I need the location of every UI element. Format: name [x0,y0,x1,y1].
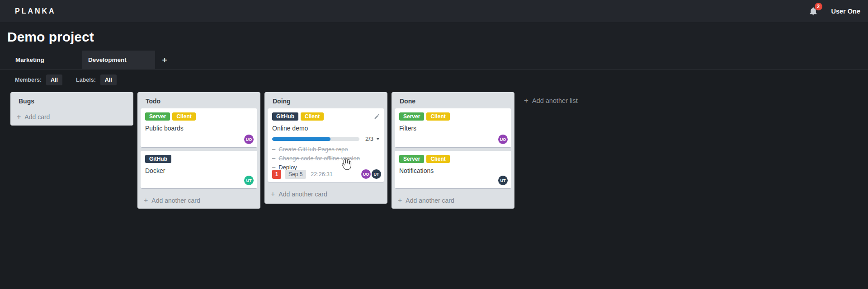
card-member-avatar: UT [244,176,254,185]
card-labels: Server Client [399,155,507,163]
filter-bar: Members: All Labels: All [15,70,117,90]
plus-icon: + [144,197,148,204]
due-date-badge: Sep 5 [285,170,306,179]
card-docker[interactable]: GitHub Docker UT [141,151,257,188]
list-title[interactable]: Doing [264,92,387,108]
task-text: Change code for offline version [278,155,360,162]
add-card-label: Add card [24,113,50,121]
card-label: GitHub [272,112,298,121]
card-title: Online demo [272,125,380,132]
list-bugs: Bugs + Add card [10,92,133,126]
card-label: Client [172,112,195,121]
add-list-label: Add another list [532,97,578,104]
card-label: Client [426,155,449,163]
plus-icon: + [398,197,402,204]
card-title: Docker [145,167,253,174]
members-filter-value[interactable]: All [46,75,62,85]
card-label: GitHub [145,155,171,163]
plus-icon: + [271,191,275,197]
card-label: Server [399,112,424,121]
tab-label: Development [88,56,127,63]
list-done: Done Server Client Filters UO Server Cli… [392,92,514,209]
add-card-button[interactable]: + Add another card [137,192,200,209]
card-title: Notifications [399,167,507,174]
card-title: Public boards [145,125,253,132]
card-filters[interactable]: Server Client Filters UO [395,108,511,147]
add-board-button[interactable]: + [159,51,170,69]
tab-development[interactable]: Development [82,51,155,69]
card-title: Filters [399,125,507,132]
add-card-label: Add another card [406,197,454,204]
checklist-progress[interactable]: 2/3 [272,135,380,142]
labels-filter-label: Labels: [76,77,96,83]
add-card-button[interactable]: + Add another card [392,192,454,209]
card-edit-button[interactable] [374,113,380,120]
list-title[interactable]: Todo [137,92,260,108]
card-footer: 1 Sep 5 22:26:31 UO UT [272,169,381,179]
plus-icon: + [524,98,528,104]
chevron-down-icon [376,138,380,140]
board-tabs: Marketing Development + [0,51,868,70]
card-member-avatar: UT [498,176,508,185]
user-menu[interactable]: User One [831,8,860,15]
list-title[interactable]: Done [392,92,514,108]
cards-container: Server Client Filters UO Server Client N… [392,108,514,188]
stopwatch-value: 22:26:31 [311,171,333,177]
card-online-demo[interactable]: GitHub Client Online demo 2/3 [268,108,384,182]
add-card-button[interactable]: + Add another card [264,186,327,204]
topbar-right: 2 User One [808,6,860,17]
card-member-avatar: UT [372,169,381,179]
project-title: Demo project [7,22,94,51]
members-filter-label: Members: [15,77,42,83]
planka-app: PLANKA 2 User One Demo project UO UT UT [0,0,868,289]
card-notification-badge: 1 [272,170,281,179]
checklist-ratio: 2/3 [365,135,373,142]
card-members: UO UT [361,169,381,179]
checklist: –Create GitHub Pages repo –Change code f… [272,145,380,172]
tab-marketing[interactable]: Marketing [9,51,82,69]
add-list-button[interactable]: + Add another list [520,93,581,108]
card-label: Server [145,112,170,121]
task-bullet: – [272,155,275,162]
list-doing: Doing GitHub Client Online demo [264,92,387,204]
card-notifications[interactable]: Server Client Notifications UT [395,151,511,188]
list-title[interactable]: Bugs [10,92,133,108]
card-labels: GitHub Client [272,112,380,121]
add-card-label: Add another card [151,197,200,204]
labels-filter-value[interactable]: All [100,75,117,85]
pencil-icon [374,113,380,120]
app-logo[interactable]: PLANKA [15,7,56,15]
add-card-label: Add another card [278,191,327,198]
card-labels: Server Client [145,112,253,121]
top-bar: PLANKA 2 User One [0,0,868,22]
project-header: Demo project UO UT UT [0,22,868,51]
cards-container: Server Client Public boards UO GitHub Do… [137,108,260,188]
task-text: Create GitHub Pages repo [278,146,348,153]
list-todo: Todo Server Client Public boards UO GitH… [137,92,260,209]
add-card-button[interactable]: + Add card [10,108,50,126]
cards-container: GitHub Client Online demo 2/3 [264,108,387,182]
plus-icon: + [17,114,21,120]
checklist-item: –Change code for offline version [272,154,380,163]
notification-count-badge: 2 [815,3,822,10]
notifications-button[interactable]: 2 [808,6,819,17]
task-bullet: – [272,146,275,153]
plus-icon: + [162,55,167,65]
card-member-avatar: UO [244,135,254,144]
card-labels: GitHub [145,155,253,163]
card-member-avatar: UO [498,135,508,144]
card-labels: Server Client [399,112,507,121]
card-label: Client [301,112,324,121]
card-member-avatar: UO [361,169,371,179]
card-label: Server [399,155,424,163]
card-public-boards[interactable]: Server Client Public boards UO [141,108,257,147]
tab-label: Marketing [15,56,44,63]
progress-track [272,137,359,141]
card-label: Client [426,112,449,121]
checklist-item: –Create GitHub Pages repo [272,145,380,154]
progress-fill [272,137,330,141]
